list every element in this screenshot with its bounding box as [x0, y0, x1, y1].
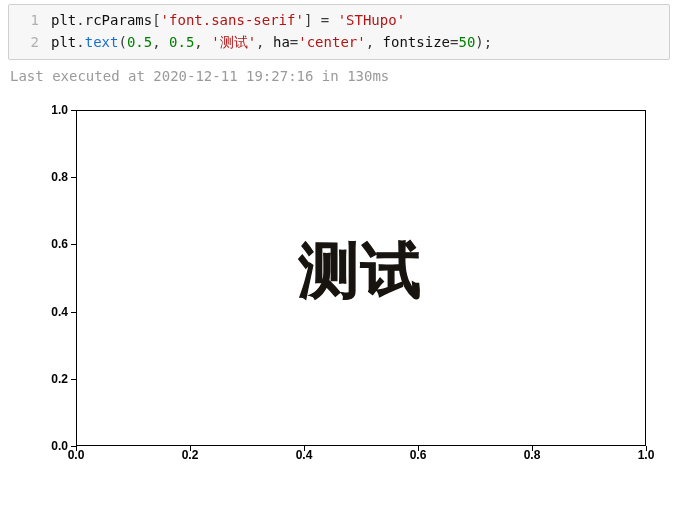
- code-body[interactable]: plt.rcParams['font.sans-serif'] = 'STHup…: [51, 9, 669, 53]
- xtick-label: 0.6: [398, 448, 438, 462]
- ytick-label: 0.4: [34, 305, 68, 319]
- code-gutter: 1 2: [9, 9, 51, 53]
- xtick-label: 0.4: [284, 448, 324, 462]
- code-cell[interactable]: 1 2 plt.rcParams['font.sans-serif'] = 'S…: [8, 4, 670, 60]
- line-number: 1: [9, 9, 39, 31]
- xtick-label: 1.0: [626, 448, 666, 462]
- line-number: 2: [9, 31, 39, 53]
- code-line-2: plt.text(0.5, 0.5, '测试', ha='center', fo…: [51, 34, 492, 50]
- ytick-mark: [71, 177, 76, 178]
- plot-output: 测试 0.0 0.2 0.4 0.6 0.8 1.0 0.0 0.2 0.4 0…: [14, 98, 664, 488]
- xtick-label: 0.2: [170, 448, 210, 462]
- ytick-label: 0.6: [34, 237, 68, 251]
- ytick-mark: [71, 446, 76, 447]
- plot-axes: 测试: [76, 110, 646, 446]
- ytick-label: 0.0: [34, 439, 68, 453]
- plot-annotation-text: 测试: [299, 231, 423, 312]
- ytick-label: 0.2: [34, 372, 68, 386]
- ytick-mark: [71, 244, 76, 245]
- execution-status: Last executed at 2020-12-11 19:27:16 in …: [0, 64, 678, 90]
- ytick-mark: [71, 110, 76, 111]
- ytick-label: 0.8: [34, 170, 68, 184]
- ytick-label: 1.0: [34, 103, 68, 117]
- ytick-mark: [71, 379, 76, 380]
- code-line-1: plt.rcParams['font.sans-serif'] = 'STHup…: [51, 12, 405, 28]
- ytick-mark: [71, 312, 76, 313]
- xtick-label: 0.8: [512, 448, 552, 462]
